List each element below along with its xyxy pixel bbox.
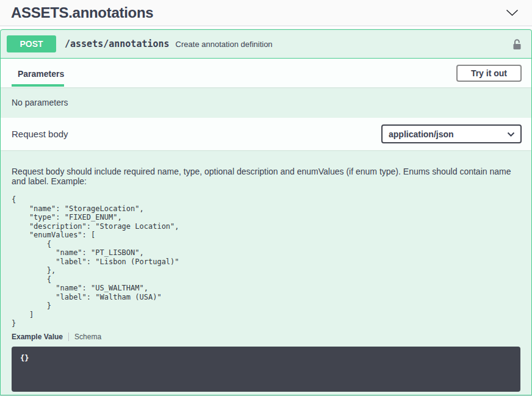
request-body-description-wrapper: Request body should include required nam… <box>1 150 531 392</box>
request-body-description: Request body should include required nam… <box>12 167 520 186</box>
operation-summary: Create annotation definition <box>176 40 503 49</box>
collapse-section-button[interactable] <box>505 8 520 18</box>
tab-example-value[interactable]: Example Value <box>12 333 63 341</box>
opblock-post: POST /assets/annotations Create annotati… <box>0 29 532 395</box>
request-body-example-json: { "name": "StorageLocation", "type": "FI… <box>12 195 520 328</box>
content-type-select[interactable]: application/json <box>381 124 522 143</box>
method-badge: POST <box>7 35 56 52</box>
operation-path: /assets/annotations <box>62 38 170 49</box>
authorize-button[interactable] <box>509 38 525 50</box>
model-example-tabs: Example Value Schema <box>12 333 520 341</box>
unlocked-padlock-icon <box>512 38 522 50</box>
chevron-down-icon <box>506 9 519 16</box>
request-body-label: Request body <box>12 129 68 139</box>
tab-parameters: Parameters <box>12 59 64 87</box>
parameters-section-header: Parameters Try it out <box>1 59 531 87</box>
example-value-code-block: {} <box>12 347 520 392</box>
tag-title: ASSETS.annotations <box>11 4 153 21</box>
tab-schema[interactable]: Schema <box>74 333 101 341</box>
no-parameters-message: No parameters <box>1 87 531 118</box>
content-type-wrap: application/json <box>381 124 522 143</box>
opblock-summary[interactable]: POST /assets/annotations Create annotati… <box>1 30 531 59</box>
tag-section-header[interactable]: ASSETS.annotations <box>0 0 532 26</box>
try-it-out-button[interactable]: Try it out <box>456 65 522 82</box>
tab-divider <box>68 333 69 341</box>
request-body-section-header: Request body application/json <box>1 118 531 150</box>
